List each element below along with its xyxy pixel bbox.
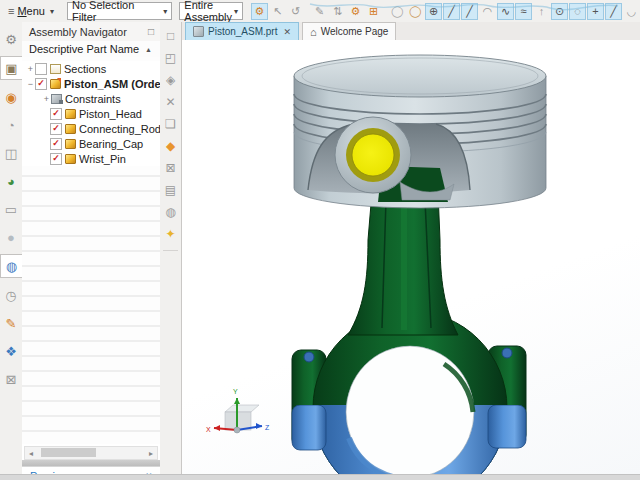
expand-toggle[interactable]: +	[42, 94, 51, 104]
checkbox[interactable]: ✓	[50, 123, 62, 135]
point-icon[interactable]: ⊕	[425, 3, 442, 20]
part-cube-icon	[65, 154, 76, 164]
isometric-box-icon[interactable]: ◈	[162, 71, 179, 88]
tree-row-sections[interactable]: + Sections	[22, 61, 160, 76]
tree-row-constraints[interactable]: + Constraints	[22, 91, 160, 106]
select-arrow-icon[interactable]: ↖	[269, 3, 286, 20]
tree-row-piston-asm[interactable]: − ✓ Piston_ASM (Order: Ch...	[22, 76, 160, 91]
line-icon[interactable]: ╱	[443, 3, 460, 20]
constraint-navigator-icon[interactable]: ◉	[1, 86, 21, 108]
tree-row-connecting-rod[interactable]: ✓ Connecting_Rod	[22, 121, 160, 136]
roles-icon[interactable]: ✎	[1, 312, 21, 334]
close-icon[interactable]: ✕	[283, 27, 291, 37]
tools-box-icon[interactable]: ⊠	[1, 368, 21, 390]
part-navigator-icon[interactable]: ◔	[1, 114, 21, 136]
graphics-viewport[interactable]: X Y Z	[182, 40, 640, 474]
tab-welcome-page[interactable]: ⌂ Welcome Page	[302, 22, 396, 40]
hamburger-icon: ≡	[8, 5, 14, 17]
studio-spline-icon[interactable]: ∿	[497, 3, 514, 20]
arc-icon[interactable]: ◠	[479, 3, 496, 20]
history-sphere-icon[interactable]: ●	[1, 226, 21, 248]
circle-center-icon[interactable]: ⊙	[551, 3, 568, 20]
history-clock-icon[interactable]: ◷	[1, 284, 21, 306]
window-icon[interactable]: ◰	[162, 49, 179, 66]
scrollbar-track[interactable]	[37, 447, 145, 459]
checkbox[interactable]: ✓	[50, 138, 62, 150]
tab-label: Welcome Page	[321, 26, 389, 37]
snap-point-icon[interactable]: ⚙	[251, 3, 268, 20]
sort-arrow-icon: ▲	[145, 46, 152, 53]
annotate-icon[interactable]: ✎	[311, 3, 328, 20]
assembly-icon	[50, 79, 61, 89]
arc-icon[interactable]: ◡	[623, 3, 640, 20]
selection-filter-dropdown[interactable]: No Selection Filter ▾	[67, 2, 172, 20]
system-scheme-icon[interactable]: ❖	[1, 340, 21, 362]
constraints-icon	[51, 94, 62, 104]
nx-application-window: ≡ Menu ▾ No Selection Filter ▾ Entire As…	[0, 0, 640, 480]
triad-x-label: X	[206, 426, 211, 433]
assembly-navigator-icon[interactable]: ▣	[0, 56, 23, 80]
toolbar-separator	[163, 250, 178, 251]
chevron-down-icon: ▾	[163, 7, 167, 16]
open-folder-icon[interactable]: ❏	[162, 115, 179, 132]
dashed-circle-icon[interactable]: ◌	[569, 3, 586, 20]
fit-curve-icon[interactable]: ≈	[515, 3, 532, 20]
selection-filter-value: No Selection Filter	[72, 0, 161, 23]
column-header[interactable]: Descriptive Part Name ▲	[22, 41, 160, 58]
process-studio-icon[interactable]: ◍	[0, 254, 23, 278]
connecting-rod-shank[interactable]	[348, 192, 458, 335]
sphere-icon[interactable]: ◯	[389, 3, 406, 20]
checkbox[interactable]: ✓	[50, 153, 62, 165]
boxed-x-icon[interactable]: ⊠	[162, 159, 179, 176]
triad-z-label: Z	[265, 424, 270, 431]
tab-piston-asm[interactable]: Piston_ASM.prt ✕	[185, 22, 299, 40]
big-end-bore	[346, 346, 474, 474]
sections-folder-icon	[50, 64, 61, 74]
blank-window-icon[interactable]: □	[162, 27, 179, 44]
menu-button[interactable]: ≡ Menu ▾	[2, 2, 60, 20]
close-icon[interactable]: ✕	[162, 93, 179, 110]
plus-icon[interactable]: +	[587, 3, 604, 20]
tree-row-piston-head[interactable]: ✓ Piston_Head	[22, 106, 160, 121]
tree-label: Connecting_Rod	[79, 123, 160, 135]
save-icon[interactable]: ▤	[162, 181, 179, 198]
chevron-down-icon: ▾	[234, 7, 238, 16]
gear-icon[interactable]: ⚙	[1, 28, 21, 50]
checkbox[interactable]: ✓	[50, 108, 62, 120]
reuse-library-icon[interactable]: ◫	[1, 142, 21, 164]
menu-caret-icon: ▾	[50, 7, 54, 16]
part-file-icon	[193, 26, 204, 37]
gear-pointer-icon[interactable]: ⚙	[347, 3, 364, 20]
sparkle-icon[interactable]: ✦	[162, 225, 179, 242]
line-icon[interactable]: ╱	[605, 3, 622, 20]
checkbox[interactable]	[35, 63, 47, 75]
tree-label: Sections	[64, 63, 106, 75]
add-component-icon[interactable]: ⊞	[365, 3, 382, 20]
web-browser-icon[interactable]: ▭	[1, 198, 21, 220]
hd3d-tools-icon[interactable]: ◕	[1, 170, 21, 192]
orientation-triad[interactable]: X Y Z	[206, 388, 270, 433]
direction-arrow-icon[interactable]: ↑	[533, 3, 550, 20]
panel-window-icon[interactable]: □	[148, 26, 154, 37]
home-icon: ⌂	[310, 26, 317, 38]
tree-label: Constraints	[65, 93, 121, 105]
scroll-left-icon[interactable]: ◂	[25, 449, 37, 458]
tree-row-wrist-pin[interactable]: ✓ Wrist_Pin	[22, 151, 160, 166]
cylinder-icon[interactable]: ◍	[162, 203, 179, 220]
horizontal-scrollbar[interactable]: ◂ ▸	[24, 446, 158, 460]
scrollbar-thumb[interactable]	[41, 448, 96, 457]
tree-row-bearing-cap[interactable]: ✓ Bearing_Cap	[22, 136, 160, 151]
move-component-icon[interactable]: ⇅	[329, 3, 346, 20]
piston-head[interactable]	[294, 55, 546, 208]
bolt-head	[502, 348, 512, 358]
collapse-toggle[interactable]: −	[26, 79, 35, 89]
scroll-right-icon[interactable]: ▸	[145, 449, 157, 458]
toolbar-icon-strip: ⚙ ↖ ↺ ✎ ⇅ ⚙ ⊞ ◯ ◯ ⊕ ╱ ╱ ◠ ∿ ≈ ↑ ⊙ ◌ + ╱ …	[251, 3, 640, 20]
orange-box-icon[interactable]: ◆	[162, 137, 179, 154]
line-icon[interactable]: ╱	[461, 3, 478, 20]
lasso-icon[interactable]: ↺	[287, 3, 304, 20]
checkbox[interactable]: ✓	[35, 78, 47, 90]
sphere-icon[interactable]: ◯	[407, 3, 424, 20]
expand-toggle[interactable]: +	[26, 64, 35, 74]
assembly-scope-dropdown[interactable]: Entire Assembly ▾	[179, 2, 243, 20]
